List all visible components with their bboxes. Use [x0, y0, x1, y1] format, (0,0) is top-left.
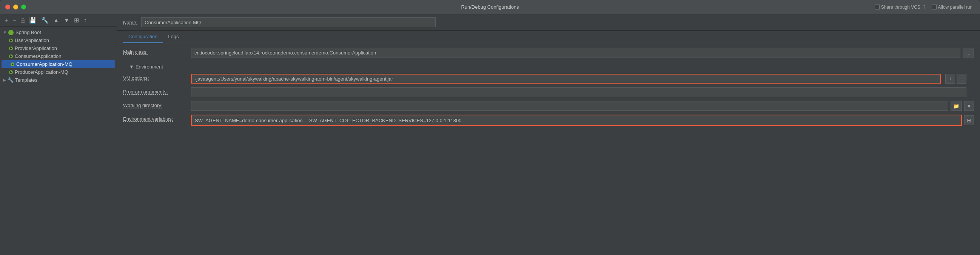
- move-down-button[interactable]: ▼: [62, 17, 72, 24]
- right-panel: Name: Configuration Logs Main class: ...: [117, 14, 980, 255]
- share-vcs-option: Share through VCS ?: [875, 5, 926, 10]
- sidebar-item-producer-app-mq[interactable]: ProducerApplication-MQ: [0, 68, 117, 76]
- title-bar-right: Share through VCS ? Allow parallel run: [875, 5, 972, 10]
- vm-options-right-buttons: + −: [945, 74, 966, 83]
- allow-parallel-option: Allow parallel run: [932, 5, 972, 10]
- vm-options-input-container: -javaagent:/Users/yunai/skywalking/apach…: [191, 74, 941, 83]
- tab-logs[interactable]: Logs: [163, 30, 184, 43]
- move-up-button[interactable]: ▲: [52, 17, 61, 24]
- vm-options-add-button[interactable]: +: [945, 74, 955, 83]
- main-class-browse-button[interactable]: ...: [963, 48, 974, 58]
- env-var-2[interactable]: SW_AGENT_COLLECTOR_BACKEND_SERVICES=127.…: [306, 115, 465, 125]
- env-vars-input-container: SW_AGENT_NAME=demo-consumer-application …: [191, 115, 962, 126]
- config-tree: ▼ Spring Boot UserApplication ProviderAp…: [0, 27, 117, 255]
- tab-configuration[interactable]: Configuration: [123, 30, 163, 43]
- form-area: Main class: ... ▼ Environment VM options…: [117, 43, 980, 255]
- env-var-1[interactable]: SW_AGENT_NAME=demo-consumer-application: [192, 115, 306, 125]
- share-vcs-help-icon: ?: [923, 5, 926, 10]
- working-dir-row: Working directory: 📁 ▼: [123, 101, 974, 111]
- copy-config-button[interactable]: ⎘: [19, 17, 26, 24]
- templates-label: Templates: [15, 77, 37, 83]
- sidebar-item-consumer-app-mq[interactable]: ConsumerApplication-MQ: [2, 60, 115, 68]
- producer-app-mq-label: ProducerApplication-MQ: [15, 69, 68, 75]
- remove-config-button[interactable]: −: [11, 17, 18, 24]
- env-vars-label: Environment variables:: [123, 115, 191, 122]
- tabs: Configuration Logs: [117, 30, 980, 43]
- environment-label: Environment: [135, 64, 163, 70]
- close-button[interactable]: [5, 5, 10, 10]
- minimize-button[interactable]: [13, 5, 18, 10]
- env-expand-arrow-icon: ▼: [129, 64, 134, 70]
- environment-section-title[interactable]: ▼ Environment: [129, 63, 974, 71]
- working-dir-label: Working directory:: [123, 101, 191, 108]
- sidebar-item-templates[interactable]: ▶ 🔧 Templates: [0, 76, 117, 84]
- sidebar: + − ⎘ 💾 🔧 ▲ ▼ ⊞ ↕ ▼ Spring Boot: [0, 14, 117, 255]
- sidebar-item-spring-boot[interactable]: ▼ Spring Boot: [0, 28, 117, 36]
- provider-app-label: ProviderApplication: [15, 45, 57, 51]
- working-dir-input[interactable]: [191, 101, 948, 111]
- allow-parallel-checkbox[interactable]: [932, 5, 937, 10]
- share-vcs-checkbox[interactable]: [875, 5, 880, 10]
- env-vars-row: Environment variables: SW_AGENT_NAME=dem…: [123, 115, 974, 126]
- name-input[interactable]: [141, 18, 436, 27]
- window-title: Run/Debug Configurations: [461, 4, 519, 10]
- working-dir-folder-button[interactable]: 📁: [951, 101, 962, 111]
- vm-options-remove-button[interactable]: −: [956, 74, 966, 83]
- expand-button[interactable]: ↕: [82, 17, 88, 24]
- main-class-label: Main class:: [123, 48, 191, 55]
- name-row: Name:: [117, 14, 980, 30]
- maximize-button[interactable]: [21, 5, 26, 10]
- main-content: + − ⎘ 💾 🔧 ▲ ▼ ⊞ ↕ ▼ Spring Boot: [0, 14, 980, 255]
- sidebar-item-consumer-app[interactable]: ConsumerApplication: [0, 52, 117, 60]
- run-debug-configurations-window: Run/Debug Configurations Share through V…: [0, 0, 980, 255]
- env-vars-edit-button[interactable]: ⊞: [964, 115, 974, 125]
- run-icon-provider-app: [9, 47, 13, 50]
- window-controls: [5, 5, 26, 10]
- run-icon-producer-app-mq: [9, 71, 13, 74]
- user-app-label: UserApplication: [15, 37, 49, 43]
- sidebar-toolbar: + − ⎘ 💾 🔧 ▲ ▼ ⊞ ↕: [0, 14, 117, 27]
- add-config-button[interactable]: +: [3, 17, 10, 24]
- settings-button[interactable]: 🔧: [40, 17, 50, 24]
- program-args-row: Program arguments:: [123, 87, 974, 97]
- main-class-row: Main class: ...: [123, 48, 974, 58]
- program-args-label: Program arguments:: [123, 87, 191, 95]
- save-config-button[interactable]: 💾: [27, 17, 38, 24]
- sidebar-item-user-app[interactable]: UserApplication: [0, 36, 117, 44]
- run-icon-user-app: [9, 38, 13, 42]
- run-icon-consumer-app-mq: [11, 63, 14, 66]
- expand-arrow-icon: ▼: [3, 30, 7, 34]
- consumer-app-mq-label: ConsumerApplication-MQ: [16, 61, 73, 67]
- program-args-input[interactable]: [191, 87, 966, 97]
- vm-options-row: VM options: -javaagent:/Users/yunai/skyw…: [123, 74, 974, 83]
- sidebar-item-provider-app[interactable]: ProviderApplication: [0, 44, 117, 52]
- allow-parallel-label: Allow parallel run: [938, 5, 972, 10]
- spring-boot-label: Spring Boot: [16, 29, 41, 35]
- spring-boot-icon: [8, 30, 14, 35]
- sort-button[interactable]: ⊞: [73, 17, 80, 24]
- vm-options-value[interactable]: -javaagent:/Users/yunai/skywalking/apach…: [195, 76, 937, 82]
- title-bar: Run/Debug Configurations Share through V…: [0, 0, 980, 14]
- main-class-input[interactable]: [191, 48, 960, 58]
- environment-section: ▼ Environment: [123, 61, 974, 74]
- templates-icon: 🔧: [8, 77, 14, 83]
- vm-options-label: VM options:: [123, 74, 191, 81]
- consumer-app-label: ConsumerApplication: [15, 53, 62, 59]
- share-vcs-label: Share through VCS: [881, 5, 920, 10]
- name-label: Name:: [123, 20, 137, 26]
- run-icon-consumer-app: [9, 55, 13, 58]
- working-dir-dropdown-button[interactable]: ▼: [964, 101, 974, 111]
- expand-arrow-templates-icon: ▶: [3, 78, 6, 82]
